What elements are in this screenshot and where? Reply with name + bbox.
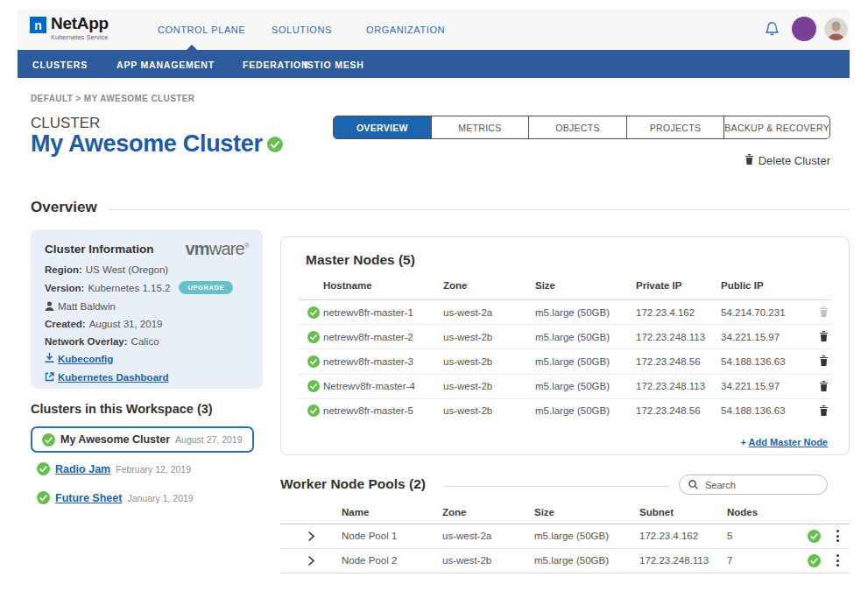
kubeconfig-row: Kubeconfig (45, 353, 249, 365)
page-eyebrow: CLUSTER (31, 115, 100, 132)
master-node-row: netrewv8fr-master-1 us-west-2a m5.large … (281, 300, 849, 324)
breadcrumb[interactable]: DEFAULT > MY AWESOME CLUSTER (31, 94, 194, 103)
subnav-app-management[interactable]: APP MANAGEMENT (116, 60, 215, 70)
col-nodes: Nodes (727, 507, 788, 517)
workspace-cluster-item[interactable]: Future Sheet January 1, 2019 (37, 491, 194, 504)
cluster-healthy-icon (267, 137, 283, 152)
person-icon (45, 301, 54, 313)
sub-nav-bar: CLUSTERS APP MANAGEMENT FEDERATION ISTIO… (18, 50, 850, 78)
worker-pool-row: Node Pool 2 us-west-2b m5.large (50GB) 1… (280, 549, 850, 573)
add-master-node-link[interactable]: + Add Master Node (740, 437, 828, 447)
status-ok-icon (307, 331, 323, 343)
expand-chevron-icon[interactable] (308, 531, 314, 541)
cluster-information-panel: Cluster Information vmware® Region:US We… (31, 229, 263, 389)
delete-cluster-button[interactable]: Delete Cluster (745, 153, 830, 167)
master-node-row: Netrewv8fr-master-4 us-west-2b m5.large … (281, 375, 849, 398)
top-bar: n NetApp Kubernetes Service CONTROL PLAN… (18, 9, 850, 50)
master-node-row: netrewv8fr-master-3 us-west-2b m5.large … (281, 349, 849, 373)
status-ok-icon (808, 554, 821, 567)
subnav-clusters[interactable]: CLUSTERS (32, 60, 88, 70)
col-hostname: Hostname (323, 280, 443, 291)
kubeconfig-link[interactable]: Kubeconfig (58, 354, 113, 364)
workspace-cluster-name: My Awesome Cluster (60, 433, 170, 446)
worker-pools-divider (443, 486, 669, 487)
col-subnet: Subnet (639, 507, 727, 517)
subnav-federation[interactable]: FEDERATION (243, 60, 308, 70)
status-ok-icon (42, 433, 55, 447)
tab-overview[interactable]: OVERVIEW (334, 116, 431, 138)
trash-icon (745, 153, 754, 167)
master-nodes-heading: Master Nodes (5) (306, 252, 849, 268)
vmware-logo: vmware® (185, 240, 249, 257)
topnav-control-plane[interactable]: CONTROL PLANE (158, 25, 245, 35)
expand-chevron-icon[interactable] (308, 556, 314, 566)
delete-node-icon-disabled (819, 306, 829, 319)
created-row: Created:August 31, 2019 (45, 319, 249, 329)
tab-backup-recovery[interactable]: BACKUP & RECOVERY (723, 116, 829, 138)
status-ok-icon (307, 405, 323, 417)
download-icon (45, 353, 54, 365)
row-menu-icon[interactable] (835, 528, 841, 544)
workspace-cluster-link[interactable]: Radio Jam (55, 463, 110, 475)
tab-projects[interactable]: PROJECTS (626, 116, 724, 138)
col-size: Size (534, 507, 639, 517)
search-icon (688, 477, 698, 493)
status-ok-icon (808, 530, 821, 543)
col-size: Size (535, 280, 636, 291)
owner-row: Matt Baldwin (45, 301, 249, 313)
master-node-row: netrewv8fr-master-5 us-west-2b m5.large … (281, 399, 849, 423)
col-private-ip: Private IP (636, 280, 721, 291)
topnav-organization[interactable]: ORGANIZATION (366, 25, 445, 35)
version-row: Version:Kubernetes 1.15.2 UPGRADE (45, 281, 249, 294)
topnav-solutions[interactable]: SOLUTIONS (272, 25, 332, 35)
status-ok-icon (37, 462, 50, 475)
tab-metrics[interactable]: METRICS (431, 116, 529, 138)
delete-cluster-label: Delete Cluster (759, 154, 830, 167)
workspace-cluster-date: August 27, 2019 (175, 434, 242, 445)
delete-node-icon[interactable] (819, 405, 829, 418)
status-ok-icon (307, 355, 323, 368)
workspace-cluster-link[interactable]: Future Sheet (55, 492, 122, 504)
app-window: n NetApp Kubernetes Service CONTROL PLAN… (0, 0, 868, 605)
external-link-icon (45, 372, 54, 383)
tab-objects[interactable]: OBJECTS (528, 116, 626, 138)
workspace-cluster-selected[interactable]: My Awesome Cluster August 27, 2019 (31, 426, 254, 453)
cluster-tabs: OVERVIEW METRICS OBJECTS PROJECTS BACKUP… (333, 116, 830, 139)
delete-node-icon[interactable] (819, 380, 829, 393)
master-nodes-card: Master Nodes (5) Hostname Zone Size Priv… (280, 236, 850, 455)
col-zone: Zone (443, 280, 535, 291)
subnav-istio-mesh[interactable]: ISTIO MESH (304, 60, 364, 70)
worker-pools-search[interactable] (679, 475, 828, 495)
brand-subtitle: Kubernetes Service (51, 33, 109, 41)
cluster-information-title: Cluster Information (45, 243, 154, 256)
network-overlay-row: Network Overlay:Calico (45, 336, 249, 347)
col-zone: Zone (442, 507, 534, 517)
brand-name: NetApp (51, 15, 109, 32)
page-title: My Awesome Cluster (31, 130, 263, 158)
kubernetes-dashboard-link[interactable]: Kubernetes Dashboard (58, 372, 169, 383)
upgrade-badge[interactable]: UPGRADE (179, 281, 233, 294)
active-nav-indicator (187, 45, 197, 50)
status-ok-icon (307, 306, 323, 319)
row-menu-icon[interactable] (835, 552, 841, 568)
workspace-clusters-heading: Clusters in this Workspace (3) (31, 402, 213, 416)
delete-node-icon[interactable] (819, 355, 829, 368)
overview-heading: Overview (31, 199, 97, 216)
workspace-cluster-date: January 1, 2019 (127, 493, 193, 503)
col-public-ip: Public IP (721, 280, 819, 291)
notifications-bell-icon[interactable] (765, 21, 780, 38)
col-name: Name (342, 507, 442, 517)
delete-node-icon[interactable] (819, 330, 829, 343)
status-ok-icon (307, 380, 323, 392)
user-avatar[interactable] (824, 18, 848, 41)
status-ok-icon (37, 491, 50, 504)
master-nodes-header-row: Hostname Zone Size Private IP Public IP (281, 271, 849, 299)
search-input[interactable] (703, 479, 808, 491)
netapp-logo[interactable]: n NetApp Kubernetes Service (30, 15, 109, 41)
worker-pool-row: Node Pool 1 us-west-2a m5.large (50GB) 1… (280, 524, 850, 548)
workspace-cluster-item[interactable]: Radio Jam February 12, 2019 (37, 462, 191, 475)
worker-pools-table: Name Zone Size Subnet Nodes Node Pool 1 … (280, 501, 850, 573)
netapp-logo-icon: n (30, 17, 46, 33)
master-node-row: netrewv8fr-master-2 us-west-2b m5.large … (281, 325, 849, 348)
workspace-avatar[interactable] (792, 17, 816, 41)
